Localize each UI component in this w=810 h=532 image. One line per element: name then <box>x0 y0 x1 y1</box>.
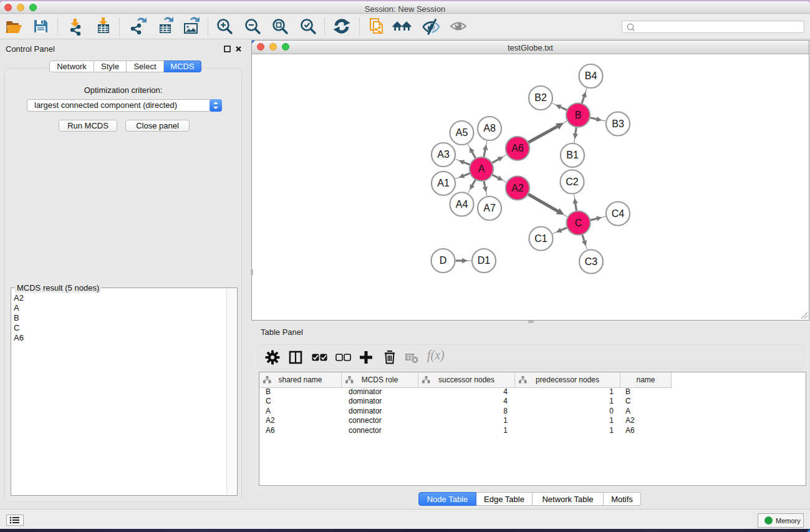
svg-text:A: A <box>478 163 485 174</box>
svg-text:A6: A6 <box>511 143 524 153</box>
svg-text:B3: B3 <box>612 118 624 129</box>
svg-text:C4: C4 <box>612 208 625 219</box>
svg-text:A1: A1 <box>437 178 450 188</box>
svg-text:C3: C3 <box>585 256 598 267</box>
svg-text:C2: C2 <box>566 177 579 187</box>
svg-text:B: B <box>575 110 582 120</box>
svg-text:C: C <box>575 218 582 228</box>
svg-text:B1: B1 <box>566 150 579 160</box>
svg-text:B4: B4 <box>585 70 597 81</box>
svg-text:A5: A5 <box>456 127 468 138</box>
svg-text:D1: D1 <box>478 255 491 266</box>
svg-text:C1: C1 <box>534 233 547 244</box>
svg-text:A3: A3 <box>437 149 450 160</box>
svg-text:B2: B2 <box>534 92 547 103</box>
svg-text:A4: A4 <box>456 199 468 210</box>
svg-text:D: D <box>440 255 447 266</box>
svg-text:A7: A7 <box>483 203 496 213</box>
svg-text:A2: A2 <box>511 183 524 193</box>
svg-text:A8: A8 <box>483 123 496 133</box>
